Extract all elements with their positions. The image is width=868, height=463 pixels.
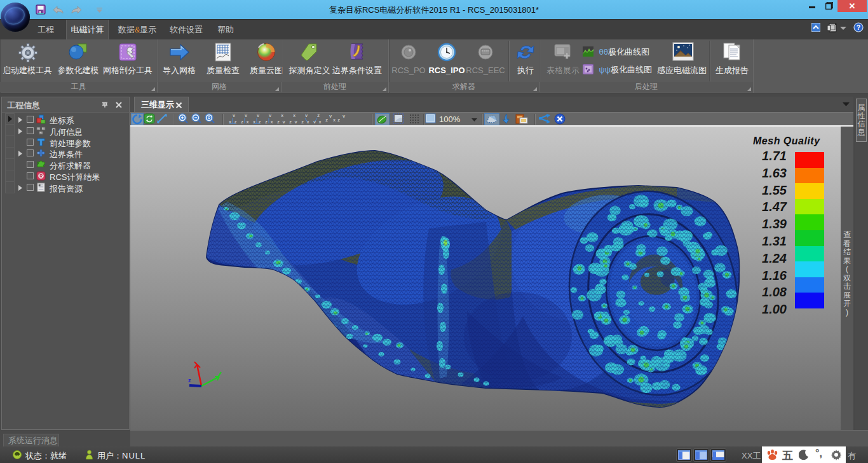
svg-text:z v: z v xyxy=(277,120,285,125)
svg-text:v: v xyxy=(245,113,247,118)
svg-text:x: x xyxy=(333,118,336,123)
svg-text:z v: z v xyxy=(289,120,297,125)
svg-text:z: z xyxy=(325,118,328,123)
svg-text:z: z xyxy=(188,377,191,384)
svg-text:v: v xyxy=(257,113,259,118)
svg-text:z: z xyxy=(337,118,340,123)
svg-text:z: z xyxy=(317,113,320,118)
svg-text:x: x xyxy=(293,113,295,118)
svg-text:v: v xyxy=(233,113,235,118)
svg-text:v: v xyxy=(269,113,271,118)
svg-text:v x: v x xyxy=(313,120,322,125)
svg-text:z x: z x xyxy=(301,120,309,125)
svg-text:?: ? xyxy=(857,24,860,31)
svg-text:v: v xyxy=(305,113,308,118)
svg-text:v: v xyxy=(329,114,332,119)
svg-text:x: x xyxy=(281,113,283,118)
svg-text:v: v xyxy=(342,114,345,119)
